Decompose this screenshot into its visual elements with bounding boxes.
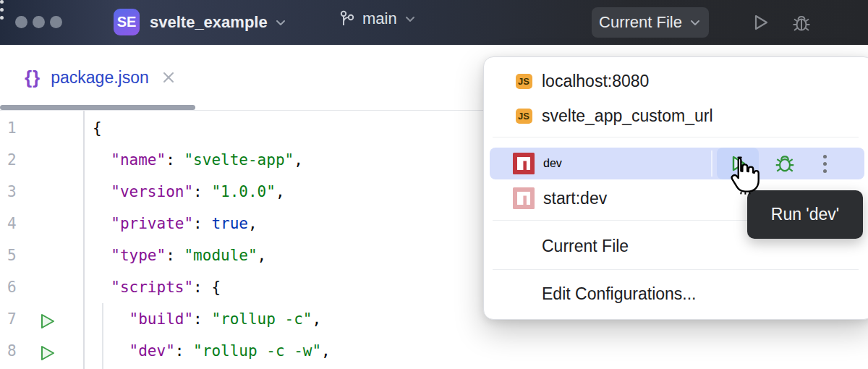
code-text: "dev": "rollup -c -w",: [93, 335, 331, 367]
run-config-label: start:dev: [543, 189, 607, 208]
run-icon[interactable]: [750, 12, 770, 33]
code-line[interactable]: 8 "dev": "rollup -c -w",: [0, 335, 868, 367]
hand-pointer-cursor: [725, 155, 765, 195]
popup-separator: [493, 269, 859, 270]
json-file-icon: {}: [25, 67, 41, 89]
code-text: "type": "module",: [93, 239, 266, 271]
run-gutter-icon[interactable]: [38, 342, 56, 369]
line-number: 2: [7, 144, 33, 176]
active-tab-underline: [0, 105, 195, 110]
ide-window: SE svelte_example main Current File: [0, 0, 868, 369]
code-text: "name": "svelte-app",: [93, 144, 303, 176]
code-text: "private": true,: [93, 208, 258, 239]
run-config-item-custom-url[interactable]: JS svelte_app_custom_url: [484, 98, 868, 133]
line-number: 4: [7, 208, 33, 239]
run-configurations-popup: JS localhost:8080 JS svelte_app_custom_u…: [483, 56, 868, 320]
popup-separator: [493, 137, 859, 137]
chevron-down-icon: [274, 16, 287, 29]
npm-icon: [513, 153, 535, 174]
branch-name: main: [362, 9, 397, 28]
tab-package-json[interactable]: {} package.json: [0, 45, 190, 110]
code-text: "version": "1.0.0",: [93, 176, 285, 208]
line-number: 6: [7, 271, 33, 303]
debug-icon[interactable]: [791, 12, 812, 34]
javascript-icon: JS: [516, 109, 532, 124]
actions-divider: [711, 150, 712, 177]
code-text: "build": "rollup -c",: [93, 303, 321, 335]
debug-icon: [773, 152, 796, 175]
window-zoom-button[interactable]: [50, 16, 62, 28]
npm-icon-faded: [513, 187, 535, 209]
run-config-item-localhost[interactable]: JS localhost:8080: [484, 64, 868, 98]
run-config-label: svelte_app_custom_url: [542, 106, 713, 126]
macos-traffic-lights: [15, 16, 62, 28]
tooltip-text: Run 'dev': [771, 205, 839, 224]
git-branch-icon: [339, 9, 356, 28]
menu-item-edit-configurations[interactable]: Edit Configurations...: [484, 278, 868, 310]
line-number: 3: [7, 176, 33, 208]
chevron-down-icon: [689, 16, 702, 29]
title-bar: SE svelte_example main Current File: [0, 0, 868, 45]
run-configuration-label: Current File: [599, 13, 682, 32]
window-minimize-button[interactable]: [33, 16, 45, 28]
run-config-item-dev-selected[interactable]: dev: [490, 148, 864, 179]
more-kebab-icon[interactable]: [814, 155, 835, 173]
run-config-label: dev: [543, 157, 562, 170]
code-text: {: [93, 112, 102, 144]
line-number: 1: [7, 112, 33, 144]
javascript-icon: JS: [516, 74, 532, 89]
run-config-label: localhost:8080: [542, 72, 649, 91]
menu-item-label: Current File: [542, 237, 629, 256]
vcs-widget[interactable]: main: [339, 9, 417, 28]
project-widget[interactable]: SE svelte_example: [114, 9, 287, 35]
tab-label: package.json: [51, 68, 149, 88]
run-configuration-selector[interactable]: Current File: [592, 7, 709, 38]
tooltip-run-dev: Run 'dev': [747, 190, 863, 239]
menu-item-label: Edit Configurations...: [542, 284, 697, 304]
project-name: svelte_example: [150, 13, 268, 32]
line-number: 7: [7, 303, 33, 335]
chevron-down-icon: [404, 12, 417, 25]
close-icon[interactable]: [161, 69, 176, 85]
debug-dev-button[interactable]: [769, 152, 801, 175]
line-number: 5: [7, 239, 33, 271]
code-text: "scripts": {: [93, 271, 221, 303]
line-number: 8: [7, 335, 33, 367]
project-avatar: SE: [114, 9, 140, 35]
window-close-button[interactable]: [15, 16, 27, 28]
